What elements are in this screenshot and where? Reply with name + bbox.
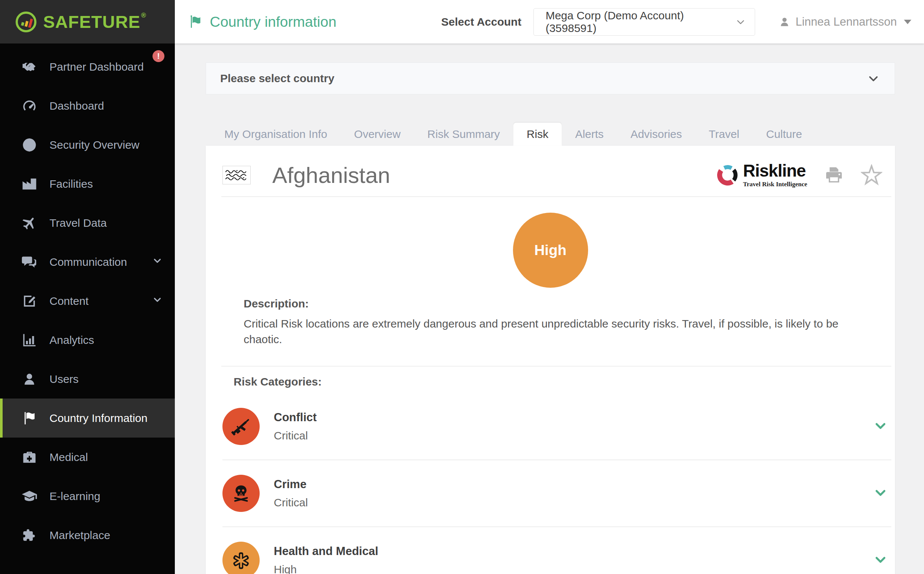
sidebar-item-label: Travel Data — [49, 217, 107, 229]
content-area: Please select country My Organisation In… — [175, 44, 924, 574]
comments-icon — [21, 253, 38, 271]
tab-overview[interactable]: Overview — [341, 123, 414, 146]
account-select-value: Mega Corp (Demo Account) (3598591) — [546, 9, 734, 35]
account-select[interactable]: Mega Corp (Demo Account) (3598591) — [534, 8, 755, 36]
category-name: Crime — [274, 478, 308, 491]
medkit-icon — [21, 448, 38, 466]
sidebar-item-dashboard[interactable]: Dashboard — [0, 86, 175, 125]
chevron-down-icon — [734, 16, 747, 28]
riskline-logo-icon — [716, 163, 739, 187]
print-button[interactable] — [824, 165, 844, 186]
sidebar-item-users[interactable]: Users — [0, 360, 175, 399]
skull-crossbones-icon — [223, 475, 260, 512]
user-menu[interactable]: Linnea Lennartsson — [778, 15, 911, 28]
tab-culture[interactable]: Culture — [753, 123, 816, 146]
sidebar-item-label: Dashboard — [49, 99, 104, 112]
category-name: Conflict — [274, 411, 317, 424]
sidebar-item-label: Analytics — [49, 334, 94, 347]
user-icon — [778, 16, 791, 28]
sidebar-item-travel-data[interactable]: Travel Data — [0, 203, 175, 242]
sidebar-item-country-information[interactable]: Country Information — [0, 399, 175, 438]
risk-category-row-conflict[interactable]: Conflict Critical — [223, 393, 891, 460]
chevron-down-icon[interactable] — [873, 552, 888, 569]
safeture-app: SAFETURE® Partner Dashboard ! Dashboard — [0, 0, 924, 574]
category-level: Critical — [274, 496, 308, 509]
sidebar-item-facilities[interactable]: Facilities — [0, 164, 175, 203]
country-picker[interactable]: Please select country — [206, 63, 895, 95]
printer-icon — [824, 165, 844, 186]
sidebar-item-content[interactable]: Content — [0, 281, 175, 320]
alert-badge: ! — [153, 50, 164, 62]
plane-icon — [21, 214, 38, 232]
favorite-button[interactable] — [861, 164, 882, 186]
gauge-icon — [21, 97, 38, 115]
riskline-brand: Riskline — [743, 162, 807, 179]
tab-risk-summary[interactable]: Risk Summary — [414, 123, 513, 146]
top-bar: Country information Select Account Mega … — [175, 0, 924, 44]
category-name: Health and Medical — [274, 545, 378, 558]
page-title: Country information — [188, 14, 336, 30]
tab-risk[interactable]: Risk — [513, 123, 562, 146]
riskline-logo: Riskline Travel Risk Intelligence — [716, 162, 807, 188]
sidebar-item-communication[interactable]: Communication — [0, 242, 175, 281]
description-label: Description: — [244, 297, 873, 310]
risk-description: Description: Critical Risk locations are… — [206, 288, 895, 347]
edit-icon — [21, 292, 38, 310]
bar-chart-icon — [21, 331, 38, 349]
chevron-down-icon[interactable] — [873, 418, 888, 435]
sidebar-item-analytics[interactable]: Analytics — [0, 320, 175, 360]
tab-my-organisation-info[interactable]: My Organisation Info — [211, 123, 341, 146]
sidebar: SAFETURE® Partner Dashboard ! Dashboard — [0, 0, 175, 574]
sidebar-item-label: Security Overview — [49, 139, 139, 151]
chevron-down-icon[interactable] — [873, 485, 888, 502]
country-picker-label: Please select country — [220, 72, 335, 85]
puzzle-icon — [21, 527, 38, 544]
globe-icon — [21, 136, 38, 154]
sidebar-item-label: Marketplace — [49, 529, 110, 542]
country-risk-card: Afghanistan Riskline Travel Risk Intelli — [206, 146, 895, 574]
tab-advisories[interactable]: Advisories — [617, 123, 695, 146]
graduation-cap-icon — [21, 487, 38, 505]
sidebar-item-label: Partner Dashboard — [49, 61, 144, 73]
brand-name: SAFETURE® — [43, 11, 147, 32]
factory-icon — [21, 175, 38, 193]
afghanistan-flag — [223, 166, 251, 184]
risk-category-row-crime[interactable]: Crime Critical — [223, 460, 891, 527]
sidebar-item-partner-dashboard[interactable]: Partner Dashboard ! — [0, 47, 175, 86]
user-name: Linnea Lennartsson — [796, 15, 897, 28]
description-text: Critical Risk locations are extremely da… — [244, 316, 873, 347]
chevron-down-icon — [152, 294, 163, 308]
tab-travel[interactable]: Travel — [695, 123, 752, 146]
sidebar-item-security-overview[interactable]: Security Overview — [0, 125, 175, 164]
sidebar-item-label: Country Information — [49, 412, 147, 424]
sidebar-item-label: Communication — [49, 256, 127, 268]
tab-bar: My Organisation Info Overview Risk Summa… — [206, 123, 895, 146]
sidebar-item-label: Users — [49, 373, 79, 386]
flag-icon — [188, 14, 204, 30]
safeture-logo-icon — [15, 11, 37, 33]
select-account-label: Select Account — [441, 16, 521, 28]
chevron-down-icon — [866, 71, 880, 85]
country-name: Afghanistan — [272, 162, 390, 188]
sidebar-menu: Partner Dashboard ! Dashboard Security O… — [0, 44, 175, 555]
sidebar-item-label: Medical — [49, 451, 88, 464]
risk-categories-list: Conflict Critical — [206, 393, 895, 574]
main-area: Country information Select Account Mega … — [175, 0, 924, 574]
tab-alerts[interactable]: Alerts — [562, 123, 617, 146]
riskline-tagline: Travel Risk Intelligence — [743, 181, 807, 188]
risk-category-row-health-and-medical[interactable]: Health and Medical High — [223, 527, 891, 574]
divider — [221, 196, 891, 197]
sidebar-item-e-learning[interactable]: E-learning — [0, 476, 175, 516]
category-level: Critical — [274, 429, 317, 442]
star-icon — [861, 164, 882, 186]
flag-icon — [21, 409, 38, 427]
rifle-icon — [223, 408, 260, 445]
sidebar-item-label: Content — [49, 295, 88, 308]
sidebar-item-marketplace[interactable]: Marketplace — [0, 516, 175, 555]
chevron-down-icon — [152, 255, 163, 269]
sidebar-item-medical[interactable]: Medical — [0, 438, 175, 476]
safeture-logo[interactable]: SAFETURE® — [0, 0, 175, 44]
risk-categories-label: Risk Categories: — [206, 367, 895, 388]
category-level: High — [274, 563, 378, 574]
risk-level-badge: High — [513, 213, 588, 288]
